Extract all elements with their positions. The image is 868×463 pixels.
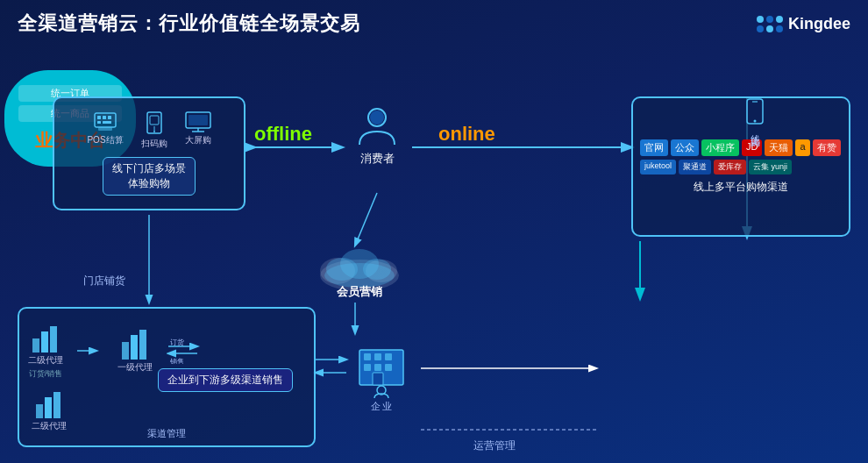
channel-node-3: 二级代理 [32,387,67,432]
header: 全渠道营销云：行业价值链全场景交易 Kingdee [0,0,868,44]
svg-rect-51 [53,392,60,418]
online-label: online [438,123,495,146]
logo-dot-1 [757,16,764,23]
phone-top: 线上购 [745,98,765,132]
offline-scene-label: 线下门店多场景 体验购物 [103,157,196,196]
tag-tianmao: 天猫 [765,139,793,156]
svg-rect-17 [103,121,111,124]
enterprise-channel-label: 企业到下游多级渠道销售 [158,368,293,392]
svg-rect-58 [385,364,392,371]
svg-rect-53 [364,353,371,360]
tag-juketool: juketool [640,160,676,175]
logo-dot-4 [757,25,764,32]
svg-rect-13 [97,116,101,119]
tag-xiaochengxu: 小程序 [701,139,739,156]
svg-rect-54 [374,353,381,360]
svg-point-29 [754,120,757,123]
online-shopping-label: 线上购 [749,126,762,132]
double-arrow: 订货 销售 [167,338,202,364]
page-title: 全渠道营销云：行业价值链全场景交易 [18,11,360,37]
screen-icon [185,111,211,132]
diagram: offline online POS结算 [0,44,868,463]
svg-rect-14 [103,116,106,119]
consumer-label: 消费者 [360,151,395,167]
svg-text:销售: 销售 [169,358,184,364]
enterprise-chars: 企业 [371,400,392,413]
operation-mgmt-label: 运营管理 [473,438,516,453]
screen-icon-item: 大屏购 [185,111,211,150]
svg-rect-42 [122,342,129,360]
offline-box: POS结算 扫码购 大屏购 [53,96,245,210]
svg-point-27 [370,110,384,125]
svg-rect-49 [36,404,43,418]
offline-label: offline [254,123,312,146]
bar-chart-icon-1 [32,321,59,353]
phone-icon [745,98,765,126]
svg-rect-44 [139,330,146,360]
tag-youzan: 有赞 [813,139,841,156]
logo-dots [757,16,783,32]
online-box: 官网 公众 小程序 JD 天猫 a 有赞 juketool 聚通道 爱库存 云集… [631,96,850,237]
svg-text:订货: 订货 [170,338,184,346]
tag-gonghao: 公众 [671,139,699,156]
svg-rect-50 [45,397,52,418]
pos-icon-item: POS结算 [87,111,123,150]
pos-icon [93,111,117,132]
logo-area: Kingdee [757,15,850,33]
scan-icon [145,111,164,136]
member-marketing-cloud: 会员营销 [307,237,412,307]
online-bottom-label: 线上多平台购物渠道 [640,180,842,195]
svg-rect-57 [374,364,381,371]
svg-rect-39 [41,331,48,353]
consumer-box: 消费者 [342,101,412,171]
enterprise-icon [355,341,408,398]
svg-rect-55 [385,353,392,360]
member-label: 会员营销 [337,284,382,300]
tag-yunji: 云集 yunji [749,160,792,175]
channel-mgmt-label: 渠道管理 [147,427,186,440]
tag-guanwang: 官网 [640,139,668,156]
tag-jutongdao: 聚通道 [679,160,711,175]
enterprise-box: 企业 [342,333,421,421]
tag-amazon: a [795,139,809,156]
tag-aikucun: 爱库存 [714,160,746,175]
svg-rect-19 [150,116,159,125]
svg-rect-40 [50,326,57,353]
arrow-right-1 [77,344,103,358]
svg-rect-16 [97,121,101,124]
channel-node-1: 二级代理 订货/销售 [28,321,63,380]
svg-rect-12 [98,127,112,131]
svg-point-21 [153,131,155,132]
logo-dot-3 [776,16,783,23]
svg-rect-11 [95,113,116,127]
bar-chart-icon-3 [36,387,62,418]
offline-icons: POS结算 扫码购 大屏购 [87,111,210,150]
bar-chart-icon-2 [122,328,148,360]
logo-dot-5 [766,25,773,32]
svg-rect-25 [189,115,208,125]
svg-rect-56 [364,364,371,371]
svg-rect-38 [32,338,39,353]
scan-icon-item: 扫码购 [141,111,167,150]
screen-label: 大屏购 [185,134,211,146]
channel-node-2: 一级代理 [117,328,153,374]
pos-label: POS结算 [87,134,123,146]
tag-jd: JD [742,139,762,156]
logo-text: Kingdee [788,15,850,33]
svg-rect-43 [131,335,138,360]
consumer-icon [355,105,399,149]
scan-label: 扫码购 [141,138,167,150]
svg-rect-15 [108,116,111,119]
svg-rect-59 [373,373,383,385]
logo-dot-2 [766,16,773,23]
logo-dot-6 [776,25,783,32]
store-cargo-label: 门店铺货 [83,274,125,288]
